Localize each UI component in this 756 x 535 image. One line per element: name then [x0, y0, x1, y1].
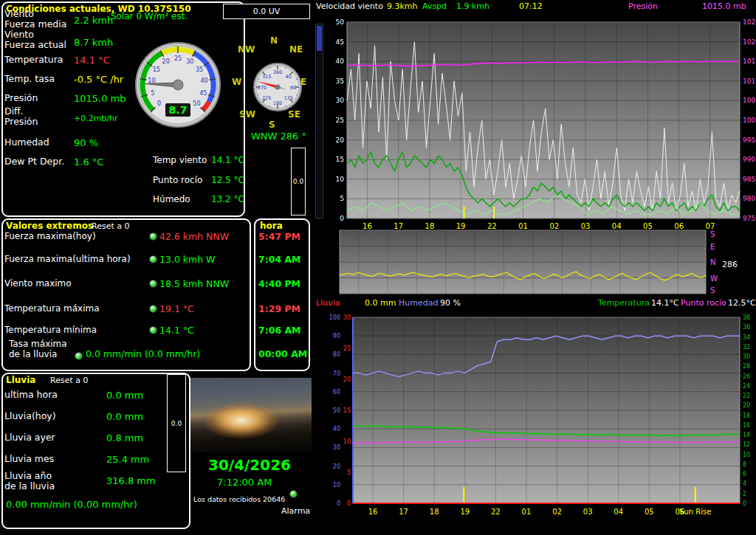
axis-label: 30 [336, 97, 345, 104]
compass-point-n: N [270, 35, 278, 46]
detail-value: 13.2 °C [211, 194, 244, 204]
axis-label: 34 [743, 334, 750, 341]
detail-value: 14.1 °C [211, 155, 244, 165]
avg-speed-value: 1.9 kmh [456, 1, 489, 11]
axis-label: 315 [262, 74, 271, 80]
extreme-time: 5:47 PM [258, 231, 300, 242]
rain-panel: Lluvia Reset a 0 ultima hora0.0 mmLluvia… [1, 373, 190, 529]
axis-label: 06 [674, 222, 684, 230]
axis-label: 15 [343, 407, 351, 414]
axis-label: 1010 [743, 77, 756, 85]
axis-label: 04 [614, 508, 623, 516]
temp-series-label: Temperatura [598, 298, 650, 308]
axis-label: 30 [343, 314, 351, 321]
rain-rate-bar: 0.0 [291, 148, 306, 215]
axis-label: 25 [336, 117, 344, 124]
axis-label: 5 [347, 469, 351, 476]
extreme-led-icon [149, 326, 157, 334]
axis-label: 1005 [743, 97, 756, 104]
axis-label: 35 [336, 77, 344, 85]
axis-label: 5 [151, 90, 154, 97]
current-value: +0.2mb/hr [74, 114, 118, 123]
extremes-reset-button[interactable]: Reset a 0 [92, 221, 129, 231]
axis-label: 15 [336, 156, 344, 163]
axis-label: 20 [162, 58, 170, 65]
axis-label: E [710, 243, 715, 251]
dew-series-label: Punto rocío [681, 298, 726, 308]
rain-series-value: 0.0 mm [365, 298, 396, 308]
axis-label: 70 [333, 370, 340, 377]
axis-label: 50 [193, 100, 200, 107]
uv-index-box: 0.0 UV [223, 4, 310, 19]
axis-label: 28 [743, 363, 750, 370]
chart-wind-pressure[interactable]: 0510152025303540455097598098599099510001… [336, 18, 756, 230]
axis-label: 25 [343, 345, 351, 352]
axis-label: 980 [743, 195, 755, 202]
axis-label: 18 [743, 413, 750, 419]
rain-rate-reading: 0.00 mm/min (0.00 mm/hr) [6, 499, 137, 510]
axis-label: 01 [518, 222, 528, 230]
axis-label: 45 [336, 38, 344, 46]
extreme-label: Tasa máxima de la lluvia [9, 339, 67, 359]
current-date: 30/4/2026 [208, 456, 291, 474]
axis-label: 180 [273, 100, 282, 106]
extreme-value: 18.5 kmh NNW [159, 278, 229, 289]
wind-direction-compass[interactable]: 4590135180225270315360 [251, 61, 304, 114]
axis-label: 07 [706, 222, 715, 230]
axis-label: N [710, 258, 715, 266]
rain-panel-title: Lluvia [6, 375, 35, 385]
rain-value: 316.8 mm [106, 475, 156, 486]
rain-bar-value: 0.0 [171, 420, 182, 427]
pressure-chart-label: Presión [628, 1, 658, 11]
rain-label: Lluvia mes [4, 454, 54, 464]
axis-label: 20 [333, 463, 340, 470]
rain-label: Lluvia(hoy) [4, 411, 56, 421]
extreme-time: 1:29 PM [258, 303, 300, 314]
axis-label: 18 [430, 508, 439, 516]
extreme-label: Fuerza maxima(ultima hora) [4, 254, 131, 264]
wind-gust-value: 9.3kmh [387, 1, 418, 11]
compass-point-se: SE [288, 109, 300, 120]
axis-label: 45 [286, 74, 292, 80]
axis-label: 20 [743, 402, 750, 409]
data-received-count: 20646 [263, 495, 285, 503]
rain-reset-button[interactable]: Reset a 0 [50, 376, 88, 385]
axis-label: 30 [743, 353, 750, 360]
axis-label: 16 [362, 222, 372, 230]
current-label: Presión [4, 93, 38, 103]
current-label: Temperatura [4, 55, 63, 65]
extremes-panel: Valores extremos Reset a 0 Fuerza maxima… [1, 218, 251, 371]
extreme-label: Temperatura máxima [4, 303, 100, 314]
temp-series-value: 14.1°C [651, 298, 679, 308]
rain-value: 0.0 mm [106, 411, 143, 422]
rain-value: 25.4 mm [106, 454, 149, 465]
chart-scrollbar[interactable] [315, 24, 323, 218]
detail-label: Húmedo [153, 194, 190, 204]
current-time: 7:12:00 AM [217, 477, 272, 488]
axis-label: S [710, 230, 715, 238]
axis-label: 12 [743, 441, 750, 448]
axis-label: 270 [258, 85, 267, 91]
axis-label: 10 [743, 452, 750, 458]
axis-label: 35 [196, 66, 203, 73]
axis-label: 1000 [743, 117, 756, 124]
axis-label: 135 [284, 95, 293, 101]
wind-speed-gauge[interactable]: 051015202530354045508.7 [133, 40, 223, 130]
axis-label: 17 [394, 222, 403, 230]
scrollbar-thumb[interactable] [317, 26, 322, 51]
compass-point-s: S [269, 120, 275, 130]
extreme-time: 00:00 AM [258, 348, 307, 359]
extreme-label: Fuerza maxima(hoy) [4, 231, 96, 241]
axis-label: 2 [743, 491, 746, 497]
extreme-led-icon [75, 352, 83, 360]
axis-label: 0 [347, 500, 351, 507]
wind-chart-title: Velocidad viento [316, 1, 383, 11]
axis-label: 05 [645, 508, 654, 516]
axis-label: 0 [340, 215, 344, 222]
axis-label: 20 [336, 137, 345, 144]
chart-humidity-temp[interactable]: 0102030405060708090100051015202530024681… [329, 314, 750, 516]
chart-wind-direction[interactable]: SENWS286 [340, 230, 738, 294]
axis-label: 18 [425, 222, 435, 230]
axis-label: 19 [460, 508, 470, 516]
axis-label: 286 [722, 260, 738, 269]
